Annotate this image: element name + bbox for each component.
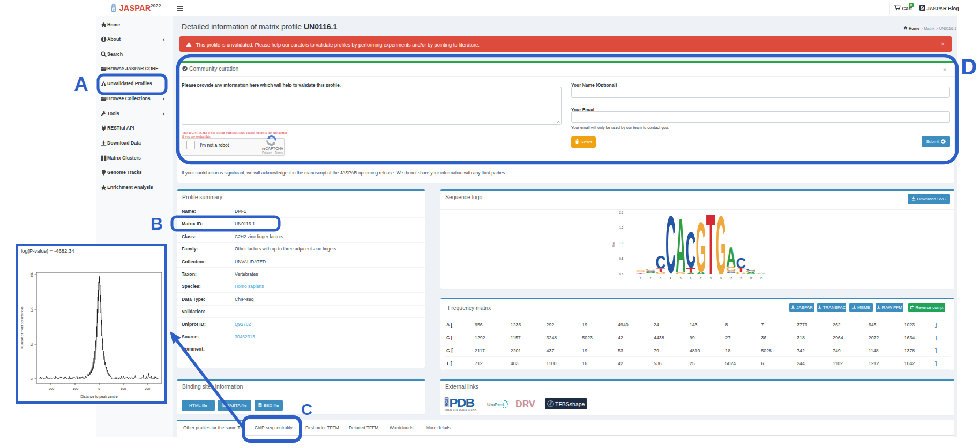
svg-text:3: 3 (660, 277, 661, 280)
svg-text:4: 4 (670, 277, 671, 280)
svg-text:T: T (706, 206, 716, 286)
svg-text:Number of motif occurrences: Number of motif occurrences (20, 306, 24, 348)
svg-text:Uni: Uni (487, 402, 495, 407)
svg-text:5: 5 (680, 277, 682, 280)
svg-text:100: 100 (29, 306, 33, 312)
svg-text:C: C (665, 206, 676, 286)
svg-text:100: 100 (121, 386, 126, 390)
svg-text:A: A (74, 73, 88, 95)
svg-text:Distance to peak centre: Distance to peak centre (80, 394, 118, 399)
svg-text:13: 13 (760, 277, 763, 280)
svg-text:2.0: 2.0 (619, 211, 623, 214)
svg-text:200: 200 (145, 386, 151, 390)
svg-text:8: 8 (710, 277, 712, 280)
svg-text:12: 12 (750, 277, 753, 280)
svg-text:1: 1 (640, 277, 641, 280)
svg-text:log(P-value) = -4682.34: log(P-value) = -4682.34 (21, 248, 74, 254)
svg-text:G: G (695, 207, 706, 286)
svg-text:150: 150 (29, 271, 33, 277)
svg-text:50: 50 (29, 342, 33, 346)
svg-text:2: 2 (650, 277, 652, 280)
svg-text:-100: -100 (72, 386, 79, 390)
svg-text:PDB: PDB (450, 397, 475, 409)
svg-text:1.5: 1.5 (619, 226, 623, 229)
svg-text:1.0: 1.0 (619, 241, 623, 245)
svg-text:A: A (676, 206, 686, 286)
svg-text:9: 9 (720, 277, 722, 280)
svg-text:PROTEIN DATA BANK: PROTEIN DATA BANK (445, 408, 477, 411)
svg-text:7: 7 (700, 277, 701, 280)
svg-text:0.5: 0.5 (619, 257, 623, 260)
svg-text:D: D (961, 54, 977, 79)
svg-text:6: 6 (690, 277, 692, 280)
svg-text:0.0: 0.0 (619, 272, 623, 276)
svg-text:Bits: Bits (612, 242, 615, 247)
svg-text:G: G (716, 206, 727, 286)
svg-text:11: 11 (739, 277, 742, 280)
svg-text:Prot: Prot (495, 402, 504, 407)
svg-text:0: 0 (98, 386, 100, 390)
svg-text:0: 0 (29, 378, 33, 380)
svg-text:RCSB: RCSB (445, 397, 448, 406)
svg-text:-200: -200 (48, 386, 55, 390)
svg-text:10: 10 (729, 277, 732, 280)
